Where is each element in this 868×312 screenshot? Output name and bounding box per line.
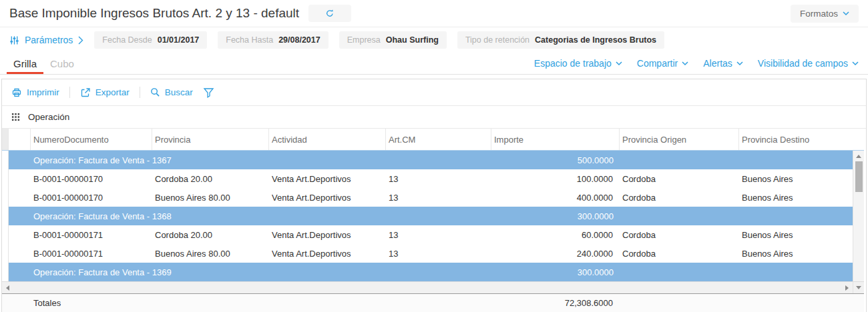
vertical-scrollbar[interactable] [853, 151, 864, 281]
group-indent-cell [2, 151, 9, 169]
column-header-provincia-destino[interactable]: Provincia Destino [739, 129, 853, 150]
scroll-right-arrow-icon[interactable] [845, 285, 849, 291]
exportar-button[interactable]: Exportar [80, 87, 130, 98]
menu-espacio-de-trabajo[interactable]: Espacio de trabajo [534, 58, 622, 69]
filter-builder-button[interactable] [203, 87, 214, 98]
group-row-label: Operación: Factura de Venta - 1368 [31, 211, 492, 221]
buscar-label: Buscar [165, 87, 193, 97]
chevron-right-icon [78, 36, 83, 45]
cell-provincia-origen: Cordoba [620, 225, 739, 244]
scroll-left-arrow-icon[interactable] [6, 285, 9, 291]
group-row-1368: Operación: Factura de Venta - 1368 300.0… [2, 207, 853, 225]
group-row-importe: 300.0000 [492, 211, 620, 221]
cell-provincia: Buenos Aires 80.00 [152, 188, 269, 207]
cell-importe: 100.0000 [491, 169, 620, 188]
drag-handle-icon [11, 113, 20, 121]
group-row-importe: 500.0000 [492, 155, 620, 165]
formatos-label: Formatos [800, 9, 838, 19]
grid-header-row: NumeroDocumento Provincia Actividad Art.… [2, 129, 864, 151]
group-row-1367: Operación: Factura de Venta - 1367 500.0… [2, 151, 853, 169]
param-empresa[interactable]: Empresa Ohau Surfing [339, 31, 447, 49]
totals-empty [386, 294, 491, 312]
cell-artcm: 13 [386, 225, 491, 244]
group-row-bar[interactable]: Operación: Factura de Venta - 1368 300.0… [9, 207, 853, 225]
cell-numerodocumento: B-0001-00000171 [31, 225, 152, 244]
view-menus: Espacio de trabajo Compartir Alertas Vis… [534, 53, 859, 74]
tabs-bar: Grilla Cubo Espacio de trabajo Compartir… [0, 53, 868, 75]
cell-provincia: Cordoba 20.00 [152, 225, 269, 244]
toolbar-separator [140, 87, 140, 98]
chevron-down-icon [852, 61, 859, 66]
totals-label: Totales [31, 294, 152, 312]
totals-empty [269, 294, 386, 312]
chevron-down-icon [682, 61, 688, 66]
param-label: Tipo de retención [465, 35, 529, 45]
totals-empty [739, 294, 853, 312]
grid-toolbar: Imprimir Exportar Buscar [2, 79, 866, 106]
group-field-chip[interactable]: Operación [28, 112, 69, 122]
group-row-bar[interactable]: Operación: Factura de Venta - 1369 300.0… [9, 263, 853, 281]
funnel-icon [203, 87, 214, 98]
column-header-provincia[interactable]: Provincia [152, 129, 269, 150]
column-header-artcm[interactable]: Art.CM [386, 129, 491, 150]
totals-expand [9, 294, 31, 312]
menu-alertas[interactable]: Alertas [703, 58, 743, 69]
refresh-button[interactable] [308, 5, 351, 22]
scroll-up-arrow-icon[interactable] [856, 155, 861, 158]
imprimir-label: Imprimir [27, 87, 59, 97]
group-indent-cell [2, 225, 9, 244]
refresh-icon [325, 9, 335, 18]
param-value: Ohau Surfing [386, 35, 439, 45]
group-row-label: Operación: Factura de Venta - 1369 [31, 267, 492, 277]
expand-cell [9, 169, 31, 188]
cell-provincia: Buenos Aires 80.00 [152, 244, 269, 263]
parameters-toggle[interactable]: Parámetros [9, 35, 83, 45]
param-value: 01/01/2017 [158, 35, 200, 45]
expand-cell [9, 225, 31, 244]
exportar-label: Exportar [95, 87, 130, 97]
totals-row: Totales 72,308.6000 [2, 293, 864, 312]
vertical-scrollbar-thumb[interactable] [855, 161, 863, 192]
menu-label: Visibilidad de campos [758, 58, 848, 69]
search-icon [150, 87, 160, 97]
table-row[interactable]: B-0001-00000171 Buenos Aires 80.00 Venta… [2, 244, 853, 263]
chevron-down-icon [843, 11, 849, 16]
table-row[interactable]: B-0001-00000170 Buenos Aires 80.00 Venta… [2, 188, 853, 207]
hscroll-zone [2, 281, 864, 293]
table-row[interactable]: B-0001-00000170 Cordoba 20.00 Venta Art.… [2, 169, 853, 188]
param-fecha-desde[interactable]: Fecha Desde 01/01/2017 [94, 31, 207, 49]
grid-card: Imprimir Exportar Buscar Operación [1, 79, 867, 312]
horizontal-scrollbar[interactable] [2, 281, 853, 293]
column-header-actividad[interactable]: Actividad [269, 129, 386, 150]
cell-provincia-destino: Buenos Aires [739, 225, 853, 244]
totals-empty [152, 294, 269, 312]
cell-importe: 60.0000 [491, 225, 620, 244]
scroll-down-arrow-icon[interactable] [856, 286, 861, 289]
column-header-numerodocumento[interactable]: NumeroDocumento [31, 129, 152, 150]
param-tipo-retencion[interactable]: Tipo de retención Categorias de Ingresos… [457, 31, 664, 49]
cell-numerodocumento: B-0001-00000170 [31, 169, 152, 188]
cell-actividad: Venta Art.Deportivos [269, 244, 386, 263]
table-row[interactable]: B-0001-00000171 Cordoba 20.00 Venta Art.… [2, 225, 853, 244]
group-row-bar[interactable]: Operación: Factura de Venta - 1367 500.0… [9, 151, 853, 169]
menu-compartir[interactable]: Compartir [637, 58, 688, 69]
param-label: Fecha Desde [102, 35, 152, 45]
cell-artcm: 13 [386, 188, 491, 207]
param-fecha-hasta[interactable]: Fecha Hasta 29/08/2017 [218, 31, 328, 49]
cell-artcm: 13 [386, 244, 491, 263]
cell-provincia-destino: Buenos Aires [739, 244, 853, 263]
menu-visibilidad-de-campos[interactable]: Visibilidad de campos [758, 58, 859, 69]
totals-indent [2, 294, 9, 312]
totals-empty [620, 294, 739, 312]
buscar-button[interactable]: Buscar [150, 87, 193, 97]
tab-grilla[interactable]: Grilla [7, 53, 43, 74]
imprimir-button[interactable]: Imprimir [11, 87, 59, 98]
column-header-importe[interactable]: Importe [491, 129, 620, 150]
tab-cubo[interactable]: Cubo [43, 53, 81, 74]
column-header-provincia-origen[interactable]: Provincia Origen [620, 129, 739, 150]
cell-importe: 240.0000 [491, 244, 620, 263]
cell-actividad: Venta Art.Deportivos [269, 188, 386, 207]
chevron-down-icon [736, 61, 743, 66]
formatos-dropdown[interactable]: Formatos [791, 5, 859, 23]
group-indent-cell [2, 244, 9, 263]
